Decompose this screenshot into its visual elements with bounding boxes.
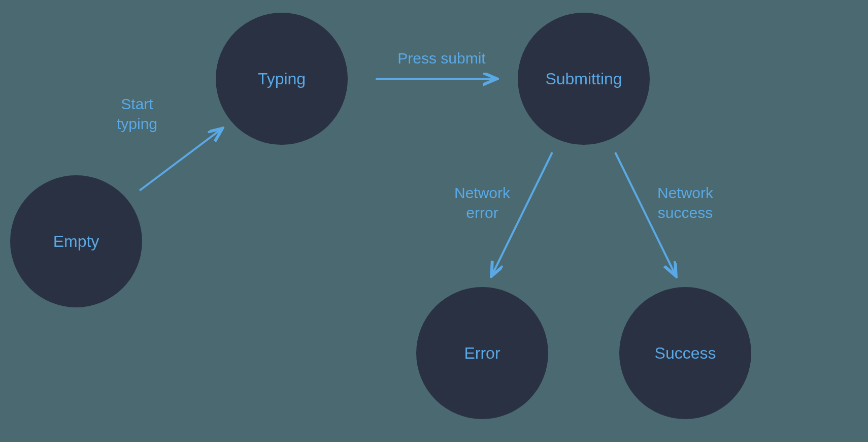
- state-label: Success: [655, 344, 716, 363]
- state-label: Empty: [53, 232, 99, 251]
- transition-label-text: success: [658, 204, 713, 221]
- transition-label-text: Start: [121, 96, 153, 112]
- transition-press-submit: Press submit: [386, 48, 497, 68]
- transition-label-text: error: [466, 204, 498, 221]
- transition-network-success: Network success: [645, 183, 726, 223]
- state-empty: Empty: [10, 175, 142, 307]
- transition-label-text: typing: [117, 115, 157, 132]
- state-error: Error: [416, 287, 548, 419]
- transition-start-typing: Start typing: [102, 94, 173, 134]
- transition-label-text: Press submit: [397, 50, 485, 67]
- state-submitting: Submitting: [518, 13, 650, 145]
- state-label: Error: [464, 344, 500, 363]
- state-label: Submitting: [545, 70, 622, 88]
- transition-label-text: Network: [454, 184, 510, 201]
- arrow-empty-to-typing: [140, 130, 221, 191]
- state-typing: Typing: [216, 13, 348, 145]
- transition-network-error: Network error: [442, 183, 523, 223]
- transition-label-text: Network: [657, 184, 713, 201]
- state-success: Success: [619, 287, 751, 419]
- state-label: Typing: [258, 70, 306, 88]
